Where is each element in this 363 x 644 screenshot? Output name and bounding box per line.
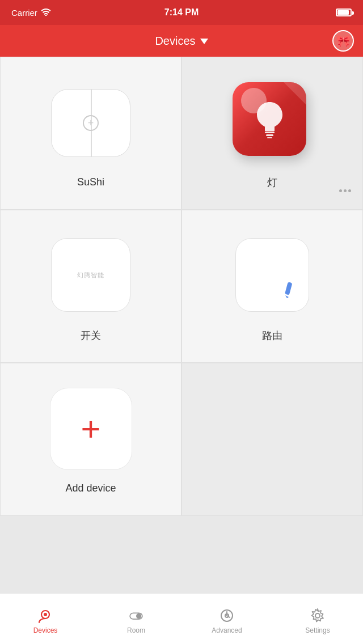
carrier-label: Carrier (11, 8, 37, 18)
gem-shape (233, 82, 306, 156)
status-bar-right (336, 9, 352, 16)
light-label: 灯 (267, 176, 277, 189)
dropdown-arrow-icon (200, 39, 208, 44)
light-gem-icon (233, 82, 312, 162)
battery-icon (336, 9, 352, 16)
header-title[interactable]: Devices (155, 35, 208, 48)
bowtie-icon: 🎀 (336, 34, 351, 48)
empty-cell (182, 363, 363, 516)
devices-tab-icon (37, 608, 53, 624)
switch-device-icon: 幻腾智能 (50, 234, 132, 316)
add-device-icon: + (50, 388, 132, 470)
light-device-icon (231, 81, 314, 163)
add-device-label: Add device (65, 482, 116, 494)
tab-room[interactable]: Room (91, 594, 182, 644)
tab-devices[interactable]: Devices (0, 594, 91, 644)
switch-label: 开关 (81, 329, 101, 342)
header-title-text: Devices (155, 35, 195, 48)
device-cell-router[interactable]: 路由 (182, 210, 363, 363)
router-device-icon (231, 234, 314, 316)
tab-room-label: Room (127, 626, 145, 634)
sushi-device-icon (50, 82, 132, 164)
tab-settings-label: Settings (305, 626, 330, 634)
wifi-icon (41, 8, 51, 18)
status-bar-time: 7:14 PM (164, 7, 199, 18)
tab-settings[interactable]: Settings (272, 594, 363, 644)
advanced-tab-icon (219, 608, 235, 624)
router-icon-shape (235, 238, 309, 312)
switch-icon-shape: 幻腾智能 (51, 238, 130, 312)
tab-devices-label: Devices (33, 626, 58, 634)
device-cell-sushi[interactable]: SuShi (0, 57, 182, 210)
avatar-button[interactable]: 🎀 (332, 30, 354, 52)
settings-tab-icon (310, 608, 326, 624)
devices-grid-container: SuShi 灯 (0, 57, 363, 593)
router-pen-icon (280, 281, 299, 301)
router-label: 路由 (262, 329, 282, 342)
device-cell-add[interactable]: + Add device (0, 363, 182, 516)
svg-point-14 (315, 613, 320, 618)
more-dot-1 (339, 189, 342, 192)
add-icon-shape: + (50, 388, 132, 470)
more-dot-3 (348, 189, 351, 192)
svg-marker-5 (285, 295, 289, 298)
sushi-icon-shape (51, 89, 130, 157)
svg-point-9 (136, 613, 141, 618)
status-bar-left: Carrier (11, 8, 51, 18)
device-cell-switch[interactable]: 幻腾智能 开关 (0, 210, 182, 363)
svg-rect-2 (266, 134, 273, 136)
svg-point-0 (45, 15, 47, 16)
light-more-button[interactable] (336, 184, 353, 197)
devices-grid: SuShi 灯 (0, 57, 363, 516)
svg-rect-4 (285, 282, 292, 295)
svg-rect-1 (265, 132, 275, 133)
more-dot-2 (344, 189, 347, 192)
svg-point-7 (44, 613, 47, 616)
sushi-fan-icon (83, 115, 99, 131)
svg-rect-3 (267, 137, 272, 138)
sushi-label: SuShi (77, 176, 104, 188)
header: Devices 🎀 (0, 25, 363, 57)
tab-advanced-label: Advanced (212, 626, 242, 634)
tab-bar: Devices Room Advanced (0, 593, 363, 644)
bulb-svg-icon (254, 99, 285, 139)
tab-advanced[interactable]: Advanced (182, 594, 272, 644)
plus-icon: + (81, 412, 100, 446)
device-cell-light[interactable]: 灯 (182, 57, 363, 210)
room-tab-icon (128, 608, 144, 624)
switch-brand-label: 幻腾智能 (77, 271, 104, 279)
status-bar: Carrier 7:14 PM (0, 0, 363, 25)
